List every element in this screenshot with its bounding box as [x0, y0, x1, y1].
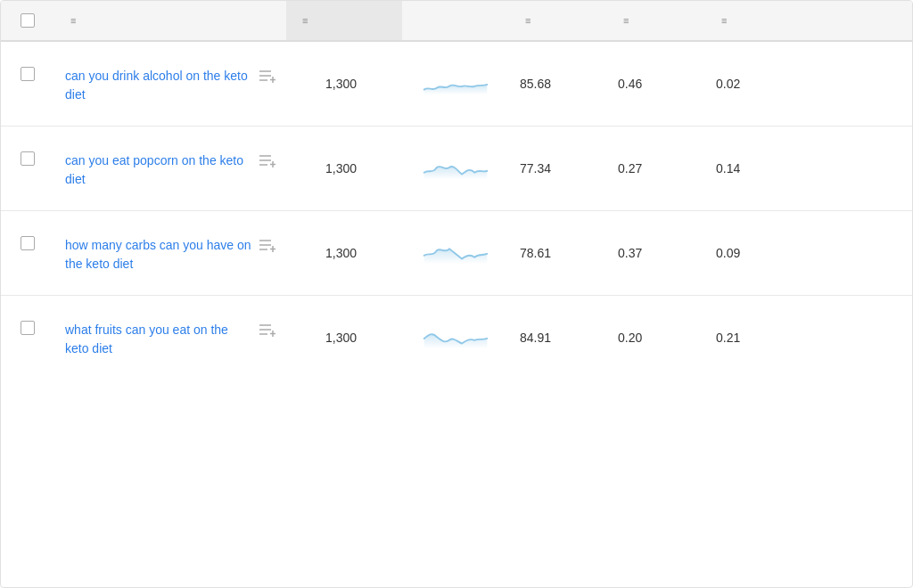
row-checkbox[interactable]: [21, 236, 35, 250]
trend-chart: [420, 240, 491, 266]
com-value: 0.09: [716, 246, 740, 260]
com-cell: 0.09: [705, 239, 794, 267]
keyword-sort-icon[interactable]: ≡: [70, 15, 76, 26]
row-checkbox-cell: [1, 310, 54, 335]
kd-value: 84.91: [520, 331, 551, 345]
trend-chart: [420, 155, 491, 182]
keyword-header[interactable]: ≡: [54, 1, 286, 40]
volume-value: 1,300: [308, 161, 357, 176]
volume-value: 1,300: [308, 77, 357, 91]
volume-value: 1,300: [308, 246, 357, 260]
trend-cell: [402, 70, 509, 97]
keyword-link[interactable]: what fruits can you eat on the keto diet: [65, 321, 252, 358]
cpc-header[interactable]: ≡: [607, 1, 705, 40]
cpc-value: 0.37: [618, 246, 642, 260]
row-checkbox[interactable]: [21, 321, 35, 335]
kd-cell: 84.91: [509, 323, 607, 352]
trend-header[interactable]: [402, 1, 509, 40]
volume-cell: 1,300: [286, 323, 402, 352]
volume-value: 1,300: [308, 331, 357, 345]
row-checkbox-cell: [1, 56, 54, 81]
header-checkbox-cell: [1, 1, 54, 40]
add-to-list-icon[interactable]: [259, 238, 276, 256]
cpc-cell: 0.20: [607, 323, 705, 352]
volume-cell: 1,300: [286, 69, 402, 98]
trend-cell: [402, 155, 509, 182]
com-cell: 0.02: [705, 69, 794, 98]
keyword-cell: what fruits can you eat on the keto diet: [54, 310, 286, 365]
keyword-table: ≡ ≡ ≡ ≡ ≡ can you drink alcohol on the k…: [0, 0, 913, 588]
cpc-value: 0.27: [618, 161, 642, 176]
table-row: what fruits can you eat on the keto diet…: [1, 296, 912, 380]
keyword-cell: can you drink alcohol on the keto diet: [54, 56, 286, 111]
com-header[interactable]: ≡: [705, 1, 794, 40]
com-cell: 0.14: [705, 154, 794, 183]
trend-cell: [402, 240, 509, 266]
keyword-link[interactable]: can you eat popcorn on the keto diet: [65, 151, 252, 189]
cpc-value: 0.46: [618, 77, 642, 91]
add-to-list-icon[interactable]: [259, 69, 276, 86]
table-row: can you eat popcorn on the keto diet 1,3…: [1, 127, 912, 211]
cpc-cell: 0.37: [607, 239, 705, 267]
kd-value: 77.34: [520, 161, 551, 176]
com-cell: 0.21: [705, 323, 794, 352]
volume-cell: 1,300: [286, 154, 402, 183]
volume-sort-icon[interactable]: ≡: [302, 15, 308, 26]
table-row: how many carbs can you have on the keto …: [1, 211, 912, 296]
trend-cell: [402, 324, 509, 351]
row-checkbox[interactable]: [21, 67, 35, 81]
keyword-cell: how many carbs can you have on the keto …: [54, 225, 286, 281]
trend-chart: [420, 70, 491, 97]
add-to-list-icon[interactable]: [259, 323, 276, 340]
volume-header[interactable]: ≡: [286, 1, 402, 40]
add-to-list-icon[interactable]: [259, 153, 276, 171]
com-value: 0.02: [716, 77, 740, 91]
keyword-cell: can you eat popcorn on the keto diet: [54, 141, 286, 196]
row-checkbox-cell: [1, 141, 54, 166]
kd-sort-icon[interactable]: ≡: [525, 15, 531, 26]
select-all-checkbox[interactable]: [21, 13, 35, 28]
row-checkbox-cell: [1, 225, 54, 250]
kd-cell: 85.68: [509, 69, 607, 98]
volume-cell: 1,300: [286, 239, 402, 267]
table-header: ≡ ≡ ≡ ≡ ≡: [1, 1, 912, 42]
com-value: 0.21: [716, 331, 740, 345]
cpc-cell: 0.46: [607, 69, 705, 98]
keyword-link[interactable]: can you drink alcohol on the keto diet: [65, 67, 252, 104]
kd-cell: 78.61: [509, 239, 607, 267]
kd-value: 78.61: [520, 246, 551, 260]
cpc-cell: 0.27: [607, 154, 705, 183]
com-value: 0.14: [716, 161, 740, 176]
cpc-value: 0.20: [618, 331, 642, 345]
kd-value: 85.68: [520, 77, 551, 91]
kd-header[interactable]: ≡: [509, 1, 607, 40]
cpc-sort-icon[interactable]: ≡: [623, 15, 629, 26]
row-checkbox[interactable]: [21, 151, 35, 166]
kd-cell: 77.34: [509, 154, 607, 183]
keyword-link[interactable]: how many carbs can you have on the keto …: [65, 236, 252, 274]
table-body: can you drink alcohol on the keto diet 1…: [1, 42, 912, 380]
trend-chart: [420, 324, 491, 351]
com-sort-icon[interactable]: ≡: [721, 15, 727, 26]
table-row: can you drink alcohol on the keto diet 1…: [1, 42, 912, 127]
